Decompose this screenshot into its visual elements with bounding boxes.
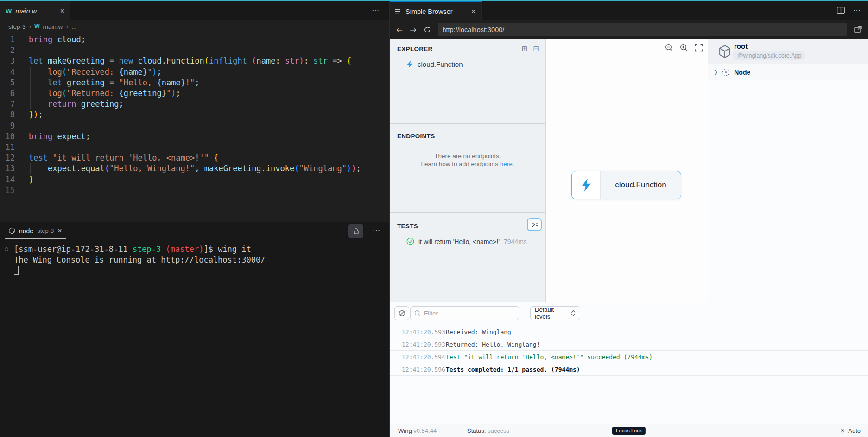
collapse-all-icon[interactable]: ⊟: [533, 45, 539, 53]
breadcrumb[interactable]: step-3 › W main.w › ...: [0, 20, 389, 32]
no-entry-icon: [399, 310, 405, 317]
code-line: 4 log("Received: {name}");: [0, 67, 389, 77]
code-line: 2: [0, 45, 389, 56]
hexagon-node-icon: [8, 227, 15, 234]
simple-browser-group: Simple Browser × ⋯ ← →: [389, 1, 868, 437]
close-icon[interactable]: ×: [471, 7, 475, 16]
tests-section: TESTS: [390, 214, 545, 302]
tree-item-label: cloud.Function: [418, 60, 463, 68]
check-circle-icon: [406, 238, 414, 245]
lightning-bolt-icon: [580, 178, 592, 192]
terminal-output[interactable]: [ssm-user@ip-172-31-8-11 step-3 (master)…: [0, 240, 389, 276]
sun-icon: ☀: [840, 427, 846, 434]
close-icon[interactable]: ×: [60, 7, 64, 15]
code-editor[interactable]: 1bring cloud;23let makeGreeting = new cl…: [0, 32, 389, 222]
terminal-panel: node step-3 × ⋯ [ssm-user@ip-172-31-8-11…: [0, 222, 389, 437]
tab-main-w[interactable]: W main.w ×: [0, 1, 70, 20]
wing-logo-icon: W: [6, 7, 12, 15]
log-filter-field: [410, 306, 519, 320]
status-indicator: Status: success: [467, 427, 509, 434]
chevron-right-icon: ›: [66, 23, 68, 30]
code-lines: 1bring cloud;23let makeGreeting = new cl…: [0, 34, 389, 196]
url-input[interactable]: [438, 23, 848, 36]
list-lines-icon: [395, 9, 401, 14]
log-row: 12:41:20.593Received: Winglang: [390, 326, 868, 338]
reload-icon[interactable]: [424, 26, 431, 33]
log-levels-select[interactable]: Default levels: [530, 306, 580, 320]
inspector-node-row[interactable]: ❯ Node: [708, 64, 868, 80]
code-line: 9: [0, 121, 389, 131]
run-all-icon: [531, 222, 538, 228]
browser-url-bar: ← →: [390, 20, 868, 39]
expand-all-icon[interactable]: ⊞: [522, 45, 528, 53]
clear-logs-button[interactable]: [394, 306, 409, 320]
console-left-column: EXPLORER ⊞ ⊟ cloud.Function END: [390, 39, 546, 302]
zoom-in-icon[interactable]: [680, 44, 688, 52]
log-row: 12:41:20.593Returned: Hello, Winglang!: [390, 338, 868, 351]
breadcrumb-symbol[interactable]: ...: [71, 23, 76, 30]
code-line: 6 log("Returned: {greeting}");: [0, 88, 389, 99]
terminal-lock-button[interactable]: [348, 224, 363, 238]
terminal-more-actions-icon[interactable]: ⋯: [373, 225, 380, 234]
inspector-header: root @winglang/sdk.core.App: [708, 39, 868, 64]
cube-icon: [718, 45, 731, 58]
zoom-out-icon[interactable]: [665, 44, 673, 52]
more-actions-icon[interactable]: ⋯: [853, 6, 861, 15]
code-line: 3let makeGreeting = new cloud.Function(i…: [0, 56, 389, 66]
endpoints-empty-message: There are no endpoints. Learn how to add…: [390, 152, 545, 168]
editor-group: W main.w × ⋯ step-3 › W main.w › ... 1br…: [0, 1, 389, 437]
terminal-line: The Wing Console is running at http://lo…: [14, 255, 389, 265]
terminal-cursor: [14, 266, 19, 275]
breadcrumb-folder[interactable]: step-3: [8, 23, 26, 30]
log-row: 12:41:20.594Test "it will return 'Hello,…: [390, 351, 868, 363]
open-external-icon[interactable]: [854, 26, 862, 33]
command-decoration-icon: [5, 247, 8, 251]
code-line: 5 let greeting = "Hello, {name}!";: [0, 77, 389, 88]
code-line: 15: [0, 185, 389, 196]
log-filter-input[interactable]: [424, 310, 507, 317]
close-icon[interactable]: ×: [57, 227, 62, 235]
editor-tabbar: W main.w × ⋯: [0, 1, 389, 20]
browser-tab-actions: ⋯: [837, 6, 861, 15]
theme-toggle[interactable]: ☀ Auto: [840, 427, 861, 434]
chevron-updown-icon: [571, 310, 576, 316]
inspector-section-label: Node: [734, 69, 750, 76]
endpoints-docs-link[interactable]: here: [500, 161, 513, 167]
breadcrumb-file[interactable]: main.w: [43, 23, 63, 30]
back-icon[interactable]: ←: [396, 25, 403, 34]
dashed-circle-icon: [722, 69, 729, 76]
log-entries: 12:41:20.593Received: Winglang12:41:20.5…: [390, 326, 868, 376]
tab-simple-browser[interactable]: Simple Browser ×: [390, 1, 482, 20]
chevron-right-icon: ❯: [714, 69, 718, 75]
terminal-tab[interactable]: node step-3 ×: [5, 223, 66, 239]
canvas-zoom-controls: [665, 44, 703, 52]
tab-label: main.w: [15, 7, 37, 15]
lock-icon: [353, 228, 360, 235]
logs-toolbar: Default levels: [390, 302, 868, 325]
node-icon-box: [572, 171, 601, 199]
window-top-border: [0, 0, 868, 1]
tab-label: Simple Browser: [405, 8, 453, 15]
tests-title: TESTS: [397, 223, 418, 230]
browser-tabbar: Simple Browser × ⋯: [390, 1, 868, 20]
inspector-type-badge: @winglang/sdk.core.App: [733, 51, 805, 60]
wing-console: EXPLORER ⊞ ⊟ cloud.Function END: [390, 39, 868, 302]
forward-icon[interactable]: →: [410, 25, 416, 34]
split-editor-icon[interactable]: [837, 7, 845, 14]
test-result-row[interactable]: it will return 'Hello, <name>!' 7944ms: [406, 238, 545, 245]
explorer-section: EXPLORER ⊞ ⊟ cloud.Function: [390, 39, 545, 124]
canvas-node-cloud-function[interactable]: cloud.Function: [571, 171, 681, 199]
wing-logo-icon: W: [34, 23, 39, 30]
tree-item-cloud-function[interactable]: cloud.Function: [406, 60, 545, 68]
editor-more-actions-icon[interactable]: ⋯: [372, 6, 379, 14]
code-line: 14}: [0, 174, 389, 185]
fit-to-screen-icon[interactable]: [695, 44, 703, 52]
run-all-tests-button[interactable]: [527, 218, 542, 231]
terminal-tab-detail: step-3: [37, 227, 54, 234]
terminal-tab-name: node: [19, 227, 33, 235]
log-levels-value: Default levels: [535, 306, 571, 320]
map-canvas[interactable]: cloud.Function: [546, 39, 708, 302]
inspector-panel: root @winglang/sdk.core.App ❯ Node: [708, 39, 868, 302]
code-line: 7 return greeting;: [0, 99, 389, 109]
code-line: 10bring expect;: [0, 131, 389, 142]
